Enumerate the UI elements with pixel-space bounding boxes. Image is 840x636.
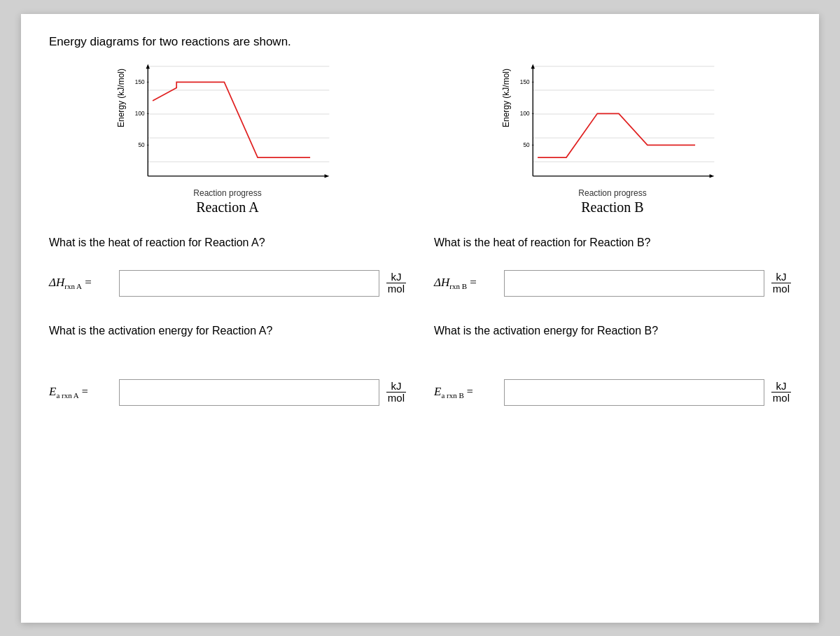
ea-label-b: Ea rxn B = bbox=[434, 385, 497, 400]
ea-input-b[interactable] bbox=[504, 379, 764, 406]
delta-h-input-a[interactable] bbox=[119, 270, 379, 297]
chart-subtitle-a: Reaction progress bbox=[193, 188, 261, 198]
unit-fraction-ea-b: kJ mol bbox=[771, 381, 791, 404]
ea-label-a: Ea rxn A = bbox=[49, 385, 112, 400]
chart-title-a: Reaction A bbox=[196, 199, 258, 215]
chart-svg-b: 150 100 50 bbox=[514, 62, 724, 185]
question-heat-b: What is the heat of reaction for Reactio… bbox=[434, 236, 791, 249]
main-page: Energy diagrams for two reactions are sh… bbox=[21, 14, 819, 623]
delta-h-label-a: ΔHrxn A = bbox=[49, 276, 112, 290]
chart-subtitle-b: Reaction progress bbox=[578, 188, 646, 198]
unit-kj-b: kJ bbox=[771, 271, 791, 284]
chart-section-a: Energy (kJ/mol) bbox=[49, 62, 406, 215]
chart-with-axes-b: 150 100 50 bbox=[514, 62, 724, 185]
unit-mol-b: mol bbox=[771, 283, 791, 295]
unit-fraction-delta-h-b: kJ mol bbox=[771, 271, 791, 295]
svg-text:100: 100 bbox=[135, 111, 145, 117]
question-heat-a: What is the heat of reaction for Reactio… bbox=[49, 236, 406, 249]
chart-title-b: Reaction B bbox=[581, 199, 643, 215]
unit-fraction-delta-h-a: kJ mol bbox=[386, 271, 406, 295]
answer-row-delta-h-b: ΔHrxn B = kJ mol bbox=[434, 270, 791, 297]
svg-text:150: 150 bbox=[135, 79, 145, 85]
chart-area-b: Energy (kJ/mol) bbox=[501, 62, 724, 185]
svg-text:100: 100 bbox=[520, 111, 530, 117]
page-title: Energy diagrams for two reactions are sh… bbox=[49, 35, 791, 49]
questions-row: What is the heat of reaction for Reactio… bbox=[49, 236, 791, 434]
question-section-a: What is the heat of reaction for Reactio… bbox=[49, 236, 406, 434]
answer-row-delta-h-a: ΔHrxn A = kJ mol bbox=[49, 270, 406, 297]
unit-fraction-ea-a: kJ mol bbox=[386, 381, 406, 404]
chart-area-a: Energy (kJ/mol) bbox=[116, 62, 339, 185]
unit-kj-ea-b: kJ bbox=[771, 381, 791, 393]
chart-svg-a: 150 100 50 bbox=[129, 62, 339, 185]
y-axis-label-a: Energy (kJ/mol) bbox=[116, 69, 126, 127]
charts-row: Energy (kJ/mol) bbox=[49, 62, 791, 215]
chart-with-axes-a: 150 100 50 bbox=[129, 62, 339, 185]
svg-text:150: 150 bbox=[520, 79, 530, 85]
question-activation-b: What is the activation energy for Reacti… bbox=[434, 325, 791, 337]
answer-row-ea-a: Ea rxn A = kJ mol bbox=[49, 379, 406, 406]
delta-h-label-b: ΔHrxn B = bbox=[434, 276, 497, 290]
svg-marker-23 bbox=[710, 174, 715, 177]
unit-mol-ea-a: mol bbox=[386, 393, 406, 404]
svg-text:50: 50 bbox=[138, 142, 145, 148]
unit-mol-a: mol bbox=[386, 283, 406, 295]
delta-h-input-b[interactable] bbox=[504, 270, 764, 297]
svg-text:50: 50 bbox=[523, 142, 530, 148]
unit-kj-a: kJ bbox=[386, 271, 406, 284]
svg-marker-8 bbox=[325, 174, 330, 177]
ea-input-a[interactable] bbox=[119, 379, 379, 406]
y-axis-label-b: Energy (kJ/mol) bbox=[501, 69, 511, 127]
chart-section-b: Energy (kJ/mol) bbox=[434, 62, 791, 215]
question-activation-a: What is the activation energy for Reacti… bbox=[49, 325, 406, 337]
unit-kj-ea-a: kJ bbox=[386, 381, 406, 393]
unit-mol-ea-b: mol bbox=[771, 393, 791, 404]
answer-row-ea-b: Ea rxn B = kJ mol bbox=[434, 379, 791, 406]
question-section-b: What is the heat of reaction for Reactio… bbox=[434, 236, 791, 434]
